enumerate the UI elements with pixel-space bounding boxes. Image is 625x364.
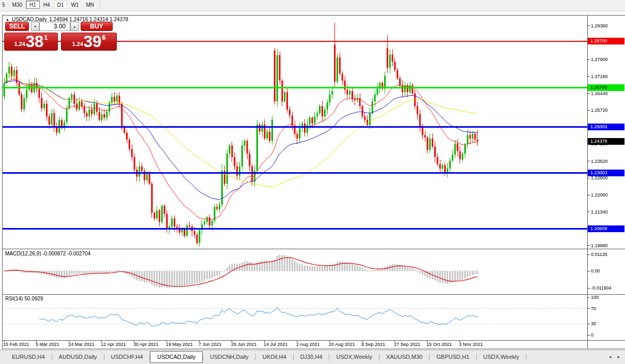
sell-price-pip: 1: [44, 34, 48, 41]
rsi-tick-label: 70: [591, 306, 596, 311]
chart-tab-bar: EURUSD,H4AUDUSD,DailyUSDCHF,H4USDCAD,Dai…: [0, 350, 625, 364]
timeframe-button-m30[interactable]: M30: [9, 1, 26, 9]
macd-indicator-label: MACD(12,26,9) -0.000872 -0.002704: [5, 251, 90, 256]
date-tick-label: 15 Oct 2021: [426, 342, 452, 347]
date-tick-label: 24 Mar 2021: [68, 342, 95, 347]
price-level-badge: 1.20609: [588, 225, 624, 232]
date-tick-label: 3 Nov 2021: [459, 342, 483, 347]
chart-tab-usdcad-daily[interactable]: USDCAD,Daily: [150, 351, 203, 363]
price-level-badge: 1.23003: [588, 170, 624, 176]
price-tick-label: 1.26440: [591, 91, 608, 96]
chart-tab-usdchf-h4[interactable]: USDCHF,H4: [104, 352, 150, 362]
timeframe-button-w1[interactable]: W1: [67, 1, 82, 9]
timeframe-toolbar: 5M30H1H4D1W1MN: [0, 0, 625, 11]
macd-tick-label: -0.011904: [591, 285, 612, 291]
price-tick-label: 1.22060: [591, 192, 608, 198]
timeframe-button-5[interactable]: 5: [0, 1, 9, 9]
sell-button[interactable]: SELL: [5, 22, 29, 31]
buy-price-big: 39: [84, 34, 101, 49]
timeframe-button-d1[interactable]: D1: [54, 1, 68, 9]
date-tick-label: 5 Mar 2021: [36, 342, 59, 347]
macd-tick-label: 0.01135: [591, 252, 607, 257]
trading-terminal-window: 5M30H1H4D1W1MN ▲ USDCAD,Daily 1.24594 1.…: [0, 0, 625, 364]
date-tick-label: 12 Apr 2021: [101, 342, 126, 347]
price-tick-label: 1.19880: [591, 243, 608, 248]
chart-tab-usdx-weekly[interactable]: USDX,Weekly: [477, 352, 526, 362]
price-level-badge: 1.28700: [588, 38, 624, 44]
chart-tab-gbpusd-h1[interactable]: GBPUSD,H1: [430, 352, 476, 362]
price-level-badge: 1.26700: [588, 84, 624, 91]
chevron-down-icon: ▼: [34, 25, 37, 28]
toolbar-separator: [100, 1, 100, 9]
rsi-pane[interactable]: [3, 295, 587, 340]
chart-tab-dj30-h4[interactable]: DJ30,H4: [294, 352, 329, 362]
rsi-indicator-label: RSI(14) 50.0929: [5, 296, 43, 301]
price-tick-label: 1.29360: [591, 23, 608, 28]
macd-tick-label: 0.00: [591, 268, 600, 274]
date-tick-label: 2 Aug 2021: [296, 342, 320, 347]
date-tick-label: 14 Jul 2021: [264, 342, 288, 347]
price-tick-label: 1.23520: [591, 159, 608, 164]
buy-price-display[interactable]: 1.24 39 6: [61, 33, 117, 51]
buy-price-prefix: 1.24: [72, 41, 83, 47]
date-tick-label: 19 May 2021: [166, 342, 193, 347]
date-tick-label: 25 Jun 2021: [231, 342, 257, 347]
buy-price-pip: 6: [102, 34, 105, 41]
date-tick-label: 8 Sep 2021: [361, 342, 385, 347]
volume-input[interactable]: [39, 22, 70, 31]
tab-separator: [526, 354, 526, 360]
tab-scroll-left-icon[interactable]: ◂: [609, 354, 612, 359]
sell-price-display[interactable]: 1.24 38 1: [4, 33, 58, 51]
tab-scroll-right-icon[interactable]: ▸: [617, 354, 620, 359]
sell-price-big: 38: [26, 34, 43, 49]
date-tick-label: 30 Apr 2021: [133, 342, 159, 347]
rsi-tick-label: 30: [591, 321, 596, 326]
chart-tab-ukoil-h4[interactable]: UKOil,H4: [256, 352, 293, 362]
price-level-badge: 1.25003: [588, 124, 624, 130]
timeframe-button-mn[interactable]: MN: [82, 1, 98, 9]
price-tick-label: 1.21340: [591, 209, 608, 215]
one-click-trade-panel: SELL ▼ ▲ BUY 1.24 38 1 1.24 39 6: [4, 21, 118, 51]
tab-scroll-arrows: ◂ ▸: [609, 354, 620, 359]
chart-tab-eurusd-h4[interactable]: EURUSD,H4: [5, 352, 52, 362]
price-tick-label: 1.27180: [591, 74, 608, 79]
chart-tab-usdx-weekly[interactable]: USDX,Weekly: [329, 352, 378, 362]
price-tick-label: 1.25720: [591, 108, 608, 113]
date-tick-label: 15 Feb 2021: [3, 342, 29, 347]
rsi-tick-label: 0: [591, 332, 593, 338]
date-tick-label: 7 Jun 2021: [199, 342, 222, 347]
price-axis[interactable]: 1.293601.286401.279001.271801.264401.257…: [587, 15, 625, 349]
volume-increase-button[interactable]: ▲: [70, 22, 79, 31]
date-tick-label: 20 Aug 2021: [329, 342, 355, 347]
chart-tab-xauusd-m30[interactable]: XAUUSD,M30: [379, 352, 429, 362]
timeframe-button-h1[interactable]: H1: [26, 1, 40, 9]
chart-tab-audusd-daily[interactable]: AUDUSD,Daily: [52, 352, 104, 362]
rsi-tick-label: 100: [591, 295, 599, 300]
timeframe-button-h4[interactable]: H4: [40, 1, 54, 9]
price-level-badge: 1.24378: [588, 138, 624, 145]
chevron-up-icon: ▲: [73, 25, 77, 28]
volume-decrease-button[interactable]: ▼: [31, 22, 39, 31]
price-tick-label: 1.27900: [591, 57, 608, 62]
chart-tab-usdcnh-daily[interactable]: USDCNH,Daily: [203, 352, 255, 362]
sell-price-prefix: 1.24: [14, 41, 25, 47]
date-tick-label: 27 Sep 2021: [394, 342, 420, 347]
buy-button[interactable]: BUY: [81, 22, 113, 31]
